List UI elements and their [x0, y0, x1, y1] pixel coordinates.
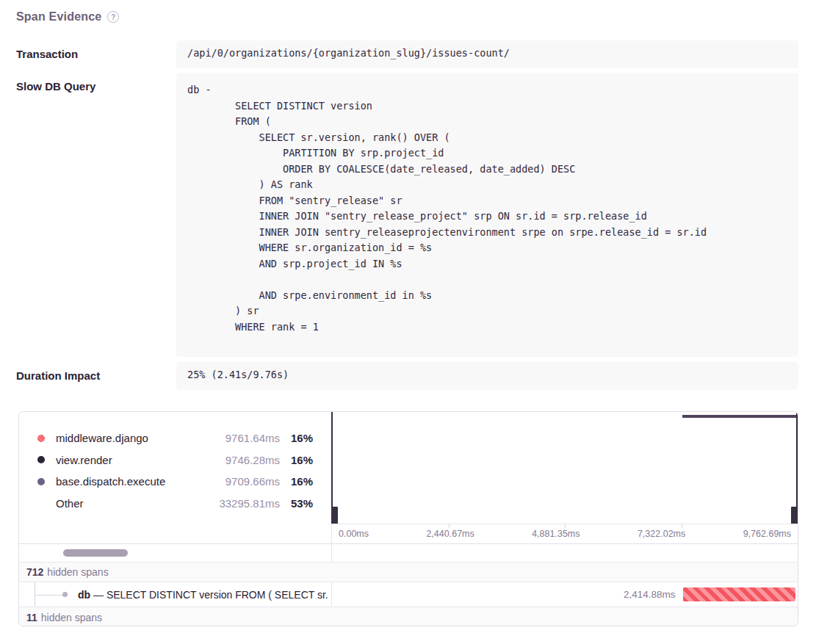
duration-impact-value: 25% (2.41s/9.76s) — [176, 362, 798, 390]
legend-dot-dark-icon — [37, 456, 45, 463]
span-duration-bar — [683, 587, 795, 601]
axis-label: 9,762.69ms — [743, 529, 791, 539]
legend-duration: 9709.66ms — [206, 475, 280, 488]
legend-name: base.dispatch.execute — [56, 475, 206, 488]
hidden-spans-row-top[interactable]: 712 hidden spans — [19, 562, 798, 582]
span-row-right: 2,414.88ms — [331, 582, 798, 607]
transaction-row: Transaction /api/0/organizations/{organi… — [0, 40, 816, 68]
legend-duration: 9746.28ms — [206, 454, 280, 466]
legend-item-middleware-django: middleware.django 9761.64ms 16% — [37, 427, 313, 449]
scrollbar-track — [19, 544, 331, 562]
slow-db-query-value: db - SELECT DISTINCT version FROM ( SELE… — [176, 73, 798, 357]
legend-dot-gray-icon — [37, 478, 45, 485]
span-tree-panel: middleware.django 9761.64ms 16% view.ren… — [18, 411, 798, 626]
legend-percent: 53% — [280, 497, 313, 510]
slow-db-query-row: Slow DB Query db - SELECT DISTINCT versi… — [0, 73, 816, 357]
span-separator: — — [93, 589, 104, 601]
legend-percent: 16% — [280, 454, 313, 466]
span-query-text: SELECT DISTINCT version FROM ( SELECT sr… — [106, 589, 328, 601]
transaction-label: Transaction — [16, 40, 176, 60]
scrollbar-row-right — [331, 544, 798, 562]
axis-label: 4,881.35ms — [532, 529, 579, 539]
scrollbar-row — [19, 543, 798, 562]
legend-dot-red-icon — [37, 435, 45, 442]
time-axis: 0.00ms 2,440.67ms 4,881.35ms 7,322.02ms … — [331, 524, 798, 543]
hidden-spans-count: 11 — [26, 612, 37, 623]
horizontal-scrollbar-thumb[interactable] — [63, 549, 128, 557]
legend-name: view.render — [56, 454, 206, 466]
legend-percent: 16% — [280, 475, 313, 488]
tree-connector-dot-icon — [62, 592, 68, 597]
span-row-db[interactable]: db — SELECT DISTINCT version FROM ( SELE… — [19, 582, 798, 607]
legend-percent: 16% — [280, 432, 313, 444]
tree-connector-hline — [35, 595, 65, 596]
axis-label: 7,322.02ms — [638, 529, 685, 539]
transaction-value: /api/0/organizations/{organization_slug}… — [176, 40, 798, 68]
axis-tick — [682, 524, 682, 528]
axis-tick — [565, 524, 566, 528]
hidden-spans-count: 712 — [26, 566, 43, 578]
legend-item-other: Other 33295.81ms 53% — [37, 493, 313, 515]
duration-impact-row: Duration Impact 25% (2.41s/9.76s) — [0, 362, 816, 390]
span-evidence-page: Span Evidence ? Transaction /api/0/organ… — [0, 10, 816, 644]
minimap-right-drag-handle[interactable] — [791, 507, 798, 524]
legend-duration: 9761.64ms — [206, 432, 280, 444]
span-op: db — [78, 589, 90, 601]
axis-label: 0.00ms — [339, 529, 369, 539]
panel-top: middleware.django 9761.64ms 16% view.ren… — [19, 412, 798, 543]
trace-minimap[interactable] — [331, 412, 798, 524]
duration-impact-label: Duration Impact — [16, 362, 176, 382]
span-row-left: db — SELECT DISTINCT version FROM ( SELE… — [19, 582, 331, 607]
page-title: Span Evidence — [16, 10, 101, 23]
axis-label: 2,440.67ms — [426, 529, 474, 539]
minimap-span-bar — [682, 415, 797, 418]
span-op-legend: middleware.django 9761.64ms 16% view.ren… — [19, 412, 331, 543]
hidden-spans-label: hidden spans — [47, 566, 108, 578]
axis-tick — [449, 524, 449, 528]
legend-duration: 33295.81ms — [206, 497, 280, 510]
help-icon[interactable]: ? — [107, 11, 119, 23]
section-header: Span Evidence ? — [16, 10, 798, 23]
span-duration: 2,414.88ms — [624, 582, 676, 607]
hidden-spans-label: hidden spans — [41, 612, 102, 623]
legend-name: middleware.django — [56, 432, 206, 444]
minimap-left-drag-handle[interactable] — [331, 507, 338, 524]
minimap-pane: 0.00ms 2,440.67ms 4,881.35ms 7,322.02ms … — [331, 412, 798, 543]
hidden-spans-row-bottom[interactable]: 11 hidden spans — [19, 607, 798, 626]
legend-item-view-render: view.render 9746.28ms 16% — [37, 449, 313, 471]
slow-db-query-label: Slow DB Query — [16, 73, 176, 93]
legend-name: Other — [56, 497, 206, 510]
legend-item-base-dispatch-execute: base.dispatch.execute 9709.66ms 16% — [37, 471, 313, 493]
